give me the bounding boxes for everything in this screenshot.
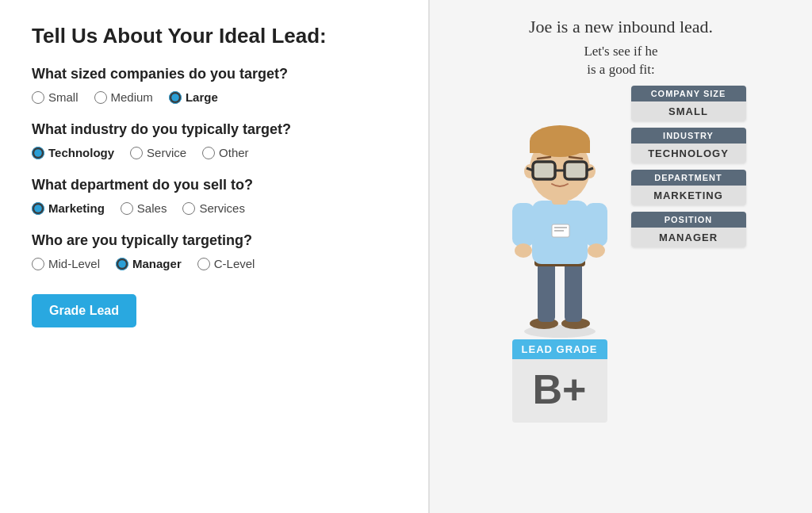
radio-option-mid-level[interactable]: Mid-Level xyxy=(32,257,100,270)
info-card-value-company-size: SMALL xyxy=(631,101,746,121)
lead-grade-label: LEAD GRADE xyxy=(512,339,607,359)
svg-rect-4 xyxy=(565,260,582,322)
info-card-header-industry: INDUSTRY xyxy=(631,128,746,144)
joe-subheadline: Let's see if heis a good fit: xyxy=(584,42,657,80)
question-label-company-size: What sized companies do you target? xyxy=(32,66,396,82)
radio-option-small[interactable]: Small xyxy=(32,90,79,104)
question-label-targeting: Who are you typically targeting? xyxy=(32,232,396,249)
question-label-department: What department do you sell to? xyxy=(32,177,396,193)
radio-option-service[interactable]: Service xyxy=(130,146,186,159)
radio-option-large[interactable]: Large xyxy=(169,90,218,104)
svg-point-12 xyxy=(515,243,532,258)
question-targeting: Who are you typically targeting? Mid-Lev… xyxy=(32,232,396,270)
question-department: What department do you sell to? Marketin… xyxy=(32,177,396,215)
grade-lead-button[interactable]: Grade Lead xyxy=(32,294,136,327)
question-industry: What industry do you typically target? T… xyxy=(32,121,396,159)
question-company-size: What sized companies do you target? Smal… xyxy=(32,66,396,104)
svg-rect-11 xyxy=(585,203,607,247)
right-content: LEAD GRADE B+ COMPANY SIZE SMALL INDUSTR… xyxy=(438,86,804,505)
info-card-value-department: MARKETING xyxy=(631,186,746,205)
info-card-value-position: MANAGER xyxy=(631,228,746,247)
character-illustration xyxy=(496,86,623,339)
lead-grade-value: B+ xyxy=(512,359,607,423)
radio-option-manager[interactable]: Manager xyxy=(116,257,182,270)
info-card-department: DEPARTMENT MARKETING xyxy=(631,170,746,205)
lead-grade-box: LEAD GRADE B+ xyxy=(496,339,623,423)
radio-group-department: Marketing Sales Services xyxy=(32,201,396,215)
info-card-header-position: POSITION xyxy=(631,212,746,228)
info-card-header-department: DEPARTMENT xyxy=(631,170,746,186)
svg-point-13 xyxy=(588,243,605,258)
radio-group-targeting: Mid-Level Manager C-Level xyxy=(32,257,396,270)
info-card-company-size: COMPANY SIZE SMALL xyxy=(631,86,746,121)
svg-rect-25 xyxy=(534,163,553,178)
radio-group-company-size: Small Medium Large xyxy=(32,90,396,104)
left-panel: Tell Us About Your Ideal Lead: What size… xyxy=(0,0,428,513)
question-label-industry: What industry do you typically target? xyxy=(32,121,396,138)
radio-option-technology[interactable]: Technology xyxy=(32,146,114,159)
radio-group-industry: Technology Service Other xyxy=(32,146,396,159)
info-card-header-company-size: COMPANY SIZE xyxy=(631,86,746,101)
svg-rect-17 xyxy=(530,141,590,153)
radio-option-sales[interactable]: Sales xyxy=(121,201,167,215)
svg-rect-3 xyxy=(538,260,555,322)
info-card-value-industry: TECHNOLOGY xyxy=(631,144,746,163)
page-title: Tell Us About Your Ideal Lead: xyxy=(32,24,396,48)
info-card-position: POSITION MANAGER xyxy=(631,212,746,247)
radio-option-c-level[interactable]: C-Level xyxy=(197,257,255,270)
radio-option-medium[interactable]: Medium xyxy=(94,90,153,104)
character-column: LEAD GRADE B+ xyxy=(496,86,623,423)
radio-option-marketing[interactable]: Marketing xyxy=(32,201,105,215)
svg-rect-26 xyxy=(566,163,585,178)
joe-headline: Joe is a new inbound lead. xyxy=(529,16,713,39)
radio-option-other[interactable]: Other xyxy=(202,146,249,159)
info-cards: COMPANY SIZE SMALL INDUSTRY TECHNOLOGY D… xyxy=(631,86,746,247)
info-card-industry: INDUSTRY TECHNOLOGY xyxy=(631,128,746,163)
right-panel: Joe is a new inbound lead. Let's see if … xyxy=(430,0,812,513)
svg-rect-10 xyxy=(512,203,534,247)
radio-option-services[interactable]: Services xyxy=(182,201,245,215)
